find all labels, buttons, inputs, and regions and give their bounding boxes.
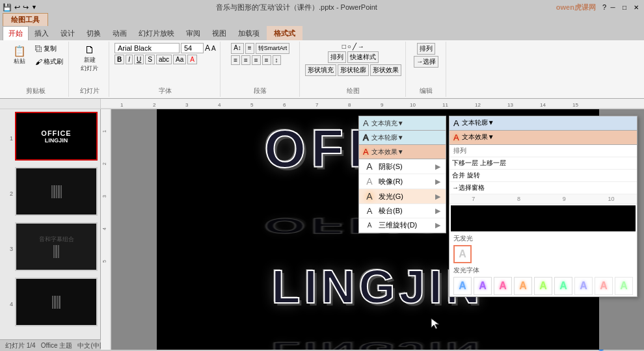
glow-opt-5[interactable]: A (534, 277, 552, 295)
arrange-edit-btn[interactable]: 排列 (417, 43, 435, 55)
quick-styles-btn[interactable]: 快速样式 (347, 51, 379, 63)
strikethrough-button[interactable]: S (145, 55, 155, 64)
lingjin-reflection: LINGJIN (271, 339, 483, 350)
b5 (60, 185, 62, 198)
align-center-btn[interactable]: ≡ (241, 55, 250, 65)
font-color-button[interactable]: A (187, 55, 197, 64)
bold-button[interactable]: B (114, 55, 124, 64)
slide-thumb-2[interactable] (15, 167, 98, 216)
reflection-item[interactable]: A 映像(R) ▶ (359, 174, 446, 189)
text-fill-header[interactable]: A 文本填充▼ (359, 116, 446, 131)
glow-opt-1[interactable]: A (453, 277, 472, 295)
threed-item[interactable]: A 三维旋转(D) ▶ (359, 218, 446, 233)
drawing-tools-row: 排列 快速样式 (328, 51, 379, 63)
font-size-input[interactable] (181, 43, 204, 53)
font-name-input[interactable] (114, 43, 180, 53)
maximize-btn[interactable]: □ (619, 2, 630, 12)
minimize-btn[interactable]: ─ (608, 2, 618, 12)
slide-2-content (51, 185, 62, 198)
close-btn[interactable]: ✕ (631, 2, 641, 12)
tab-insert[interactable]: 插入 (29, 26, 55, 40)
copy-button[interactable]: ⿻ 复制 (34, 43, 64, 55)
shadow-label: 阴影(S) (379, 162, 403, 172)
undo-icon[interactable]: ↩ (14, 3, 20, 12)
line-spacing-btn[interactable]: ↕ (273, 55, 281, 65)
text-direction-btn[interactable]: A↕ (231, 43, 244, 54)
new-slide-button[interactable]: 🗋 新建幻灯片 (77, 43, 103, 74)
tab-addins[interactable]: 加载项 (232, 26, 265, 40)
redo-icon[interactable]: ↪ (23, 3, 29, 12)
align-text-btn[interactable]: ≡ (245, 43, 254, 54)
glow-opt-2[interactable]: A (474, 277, 492, 295)
shape-rect[interactable]: □ (342, 43, 346, 50)
tab-transitions[interactable]: 切换 (81, 26, 107, 40)
slide-thumb-3[interactable]: 音和字幕组合 (15, 222, 98, 271)
canvas-area: OFFICE OFFICE LINGJIN LINGJIN (111, 109, 644, 350)
drawing-tools-label: 绘图工具 (3, 13, 48, 26)
align-left-btn[interactable]: ≡ (231, 55, 240, 65)
shape-oval[interactable]: ○ (347, 43, 351, 50)
b4 (59, 296, 60, 309)
quick-access-more[interactable]: ▼ (31, 4, 37, 10)
select-pane-label: →选择窗格 (452, 184, 485, 191)
paragraph-content: A↕ ≡ 转SmartArt ≡ ≡ ≡ ≡ ↕ (231, 43, 289, 65)
svg-text:4: 4 (102, 228, 107, 230)
align-justify-btn[interactable]: ≡ (262, 55, 271, 65)
shape-effect-btn[interactable]: 形状效果 (370, 64, 401, 76)
bevel-item[interactable]: A 棱台(B) ▶ (359, 204, 446, 218)
text-outline-header[interactable]: A 文本轮廓▼ (359, 131, 446, 145)
threed-arrow: ▶ (435, 221, 440, 229)
b2 (53, 185, 55, 198)
glow-arrow: ▶ (435, 192, 440, 201)
help-btn[interactable]: ? (602, 3, 606, 11)
editing-content: 排列 →选择 (414, 43, 438, 68)
smartart-btn[interactable]: 转SmartArt (256, 43, 290, 54)
combine-label: 合并 (452, 171, 465, 180)
tab-slideshow[interactable]: 幻灯片放映 (133, 26, 180, 40)
tab-review[interactable]: 审阅 (180, 26, 206, 40)
rotate-label: 旋转 (467, 171, 480, 180)
glow-opt-3[interactable]: A (494, 277, 512, 295)
glow-submenu: A 文本轮廓▼ A 文本效果▼ 排列 下移一层 上 (449, 116, 637, 297)
text-effects-header[interactable]: A 文本效果▼ (359, 145, 446, 159)
tab-home[interactable]: 开始 (3, 26, 29, 40)
format-painter-button[interactable]: 🖌 格式刷 (34, 56, 64, 68)
slide-thumb-4[interactable] (15, 278, 98, 326)
font-size-up-icon[interactable]: A (205, 44, 210, 53)
underline-button[interactable]: U (134, 55, 144, 64)
glow-opt-4[interactable]: A (514, 277, 532, 295)
tab-animations[interactable]: 动画 (107, 26, 133, 40)
ribbon: 📋 粘贴 ⿻ 复制 🖌 格式刷 剪贴板 🗋 新建幻灯片 幻 (0, 40, 644, 99)
arrange-row: 排列 (449, 145, 637, 157)
align-right-btn[interactable]: ≡ (252, 55, 261, 65)
shape-outline-btn[interactable]: 形状轮廓 (338, 64, 369, 76)
ribbon-group-drawing: □ ○ ╱ → 排列 快速样式 形状填充 形状轮廓 形状效果 绘图 (301, 42, 406, 97)
ruler-horizontal: 123 456 789 101112 131415 (0, 99, 644, 109)
glow-opt-7[interactable]: A (574, 277, 593, 295)
save-icon[interactable]: 💾 (3, 3, 12, 12)
shape-arrow[interactable]: → (358, 43, 364, 50)
char-spacing-button[interactable]: Aa (173, 55, 186, 64)
glow-opt-8[interactable]: A (595, 277, 613, 295)
no-glow-btn[interactable]: A (453, 245, 472, 263)
select-btn[interactable]: →选择 (414, 56, 438, 68)
slide-thumb-1[interactable]: OFFICE LINGJIN (15, 112, 98, 161)
tab-design[interactable]: 设计 (55, 26, 81, 40)
glow-item[interactable]: A 发光(G) ▶ (359, 189, 446, 204)
tab-view[interactable]: 视图 (206, 26, 232, 40)
slide-1-content: OFFICE LINGJIN (41, 113, 71, 159)
tab-format[interactable]: 格式式 (267, 26, 302, 40)
paste-button[interactable]: 📋 粘贴 (7, 44, 33, 67)
arrange-btn[interactable]: 排列 (328, 51, 346, 63)
title-bar-left: 💾 ↩ ↪ ▼ (3, 3, 37, 12)
select-pane-row[interactable]: →选择窗格 (449, 182, 637, 194)
shape-fill-btn[interactable]: 形状填充 (305, 64, 336, 76)
glow-opt-6[interactable]: A (554, 277, 572, 295)
shadow-item[interactable]: A 阴影(S) ▶ (359, 159, 446, 174)
shadow-button[interactable]: abc (156, 55, 172, 64)
font-size-down-icon[interactable]: A (211, 45, 216, 52)
shape-line[interactable]: ╱ (353, 43, 356, 50)
italic-button[interactable]: I (126, 55, 133, 64)
ruler-h-area: 123 456 789 101112 131415 (101, 99, 644, 109)
glow-opt-9[interactable]: A (615, 277, 633, 295)
